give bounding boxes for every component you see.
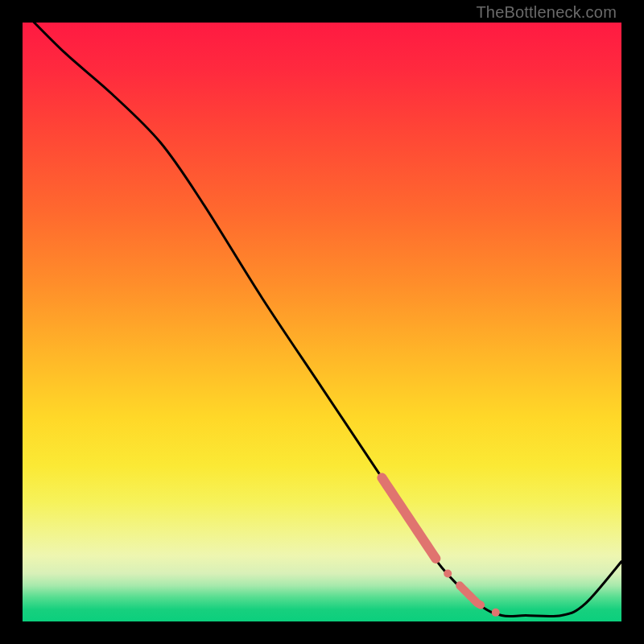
marker-point <box>444 569 452 577</box>
curve-layer <box>23 23 621 621</box>
curve-markers <box>382 477 499 616</box>
marker-point <box>492 609 500 617</box>
plot-area <box>23 23 621 621</box>
marker-segment <box>382 477 436 558</box>
watermark-text: TheBottleneck.com <box>476 3 617 22</box>
marker-segment <box>460 585 481 605</box>
chart-frame: TheBottleneck.com <box>0 0 644 644</box>
bottleneck-curve <box>23 23 621 617</box>
